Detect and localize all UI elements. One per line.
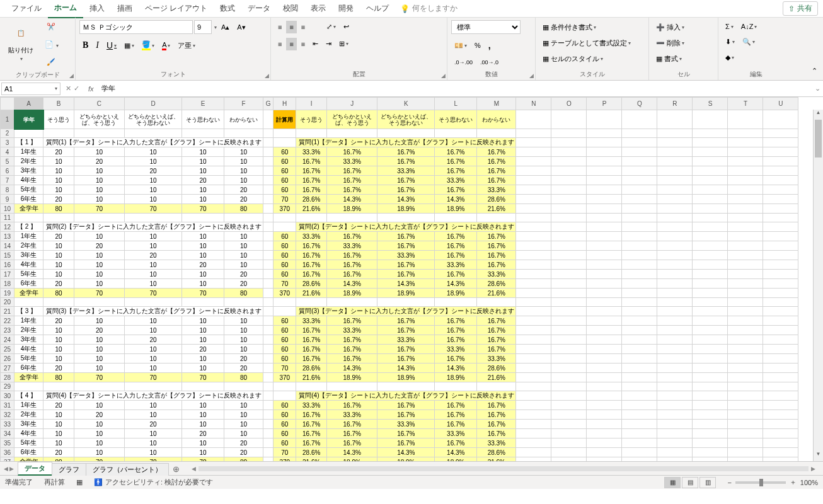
cell[interactable]: 80 <box>43 373 74 382</box>
cell[interactable]: 60 <box>273 326 296 335</box>
cell[interactable]: 20 <box>224 270 263 279</box>
cell[interactable]: 70 <box>125 457 182 462</box>
cell[interactable]: 1年生 <box>14 147 43 157</box>
cell[interactable] <box>657 157 693 166</box>
cell[interactable] <box>516 157 551 166</box>
cell[interactable] <box>263 204 273 214</box>
cell[interactable] <box>516 316 551 326</box>
cell[interactable] <box>622 222 657 232</box>
cell[interactable] <box>263 298 273 307</box>
cell[interactable] <box>74 214 124 222</box>
cell[interactable] <box>551 270 587 279</box>
cell[interactable]: 370 <box>273 457 296 462</box>
cell[interactable] <box>587 289 622 298</box>
cell[interactable] <box>693 373 728 382</box>
cell[interactable] <box>551 335 587 345</box>
row-header-22[interactable]: 22 <box>1 316 14 326</box>
cell[interactable]: 21.6% <box>296 289 327 298</box>
cell[interactable]: 18.9% <box>327 373 377 382</box>
cell[interactable]: 10 <box>125 176 182 185</box>
cell[interactable]: 14.3% <box>377 364 435 373</box>
cell[interactable] <box>622 391 657 401</box>
cell[interactable] <box>657 185 693 195</box>
cell[interactable] <box>263 110 273 129</box>
cell[interactable] <box>763 195 798 204</box>
cell[interactable] <box>728 138 763 147</box>
cell[interactable] <box>728 438 763 448</box>
status-macro-icon[interactable]: ▦ <box>76 478 83 486</box>
cell[interactable] <box>657 410 693 420</box>
cell[interactable] <box>263 373 273 382</box>
cell[interactable] <box>622 166 657 176</box>
cell[interactable] <box>516 382 551 391</box>
cell[interactable]: 16.7% <box>377 147 435 157</box>
cell[interactable]: 10 <box>125 232 182 241</box>
col-header-S[interactable]: S <box>693 98 728 110</box>
cell[interactable]: 質問(3)【データ】シートに入力した文言が【グラフ】シートに反映されます <box>296 307 516 316</box>
row-header-11[interactable]: 11 <box>1 214 14 222</box>
cell[interactable]: 16.7% <box>296 345 327 354</box>
cell[interactable] <box>477 382 516 391</box>
cell[interactable]: 16.7% <box>435 241 477 251</box>
bold-button[interactable]: B <box>79 38 91 53</box>
row-header-3[interactable]: 3 <box>1 138 14 147</box>
cell[interactable]: 70 <box>273 195 296 204</box>
cell[interactable]: 6年生 <box>14 195 43 204</box>
cell[interactable]: 28.6% <box>296 364 327 373</box>
col-header-B[interactable]: B <box>43 98 74 110</box>
cell[interactable] <box>273 307 296 316</box>
cell[interactable] <box>693 185 728 195</box>
cell[interactable]: 全学年 <box>14 204 43 214</box>
cell[interactable] <box>728 420 763 429</box>
cell[interactable]: そう思わない <box>435 110 477 129</box>
cell[interactable] <box>587 373 622 382</box>
cell[interactable]: 10 <box>125 326 182 335</box>
row-header-9[interactable]: 9 <box>1 195 14 204</box>
cell[interactable] <box>587 147 622 157</box>
cell[interactable] <box>587 251 622 260</box>
cell[interactable] <box>763 251 798 260</box>
row-header-28[interactable]: 28 <box>1 373 14 382</box>
cell[interactable] <box>587 222 622 232</box>
cell[interactable] <box>763 326 798 335</box>
cell[interactable]: 18.9% <box>377 457 435 462</box>
cell[interactable] <box>435 214 477 222</box>
cell[interactable]: 3年生 <box>14 166 43 176</box>
cell[interactable]: 10 <box>74 345 124 354</box>
cell[interactable]: 20 <box>74 410 124 420</box>
cell[interactable]: 70 <box>74 204 124 214</box>
row-header-1[interactable]: 1 <box>1 110 14 129</box>
cell[interactable]: 70 <box>182 457 224 462</box>
cell[interactable] <box>622 289 657 298</box>
cell[interactable]: 10 <box>224 326 263 335</box>
cell[interactable] <box>377 298 435 307</box>
cell[interactable]: 16.7% <box>296 251 327 260</box>
cell[interactable]: 10 <box>224 316 263 326</box>
cell[interactable] <box>763 260 798 270</box>
cell[interactable]: 20 <box>224 195 263 204</box>
cell[interactable] <box>263 382 273 391</box>
cell[interactable] <box>693 307 728 316</box>
cell[interactable]: 全学年 <box>14 289 43 298</box>
cell[interactable]: 10 <box>182 232 224 241</box>
font-size-select[interactable] <box>194 20 212 34</box>
cell[interactable] <box>622 429 657 438</box>
cell[interactable]: 16.7% <box>435 401 477 410</box>
cell[interactable] <box>516 279 551 289</box>
cell[interactable] <box>263 241 273 251</box>
cell[interactable] <box>263 289 273 298</box>
cell[interactable] <box>273 214 296 222</box>
cell[interactable]: 10 <box>182 251 224 260</box>
cell[interactable]: 80 <box>224 373 263 382</box>
cell[interactable] <box>693 410 728 420</box>
cell[interactable] <box>587 232 622 241</box>
cell[interactable] <box>622 138 657 147</box>
cell[interactable] <box>551 185 587 195</box>
row-header-16[interactable]: 16 <box>1 260 14 270</box>
cell[interactable] <box>587 364 622 373</box>
sheet-tab-graph-pct[interactable]: グラフ（パーセント） <box>86 463 169 476</box>
cell[interactable] <box>657 176 693 185</box>
cell[interactable]: 質問(4)【データ】シートに入力した文言が【グラフ】シートに反映されます <box>43 391 263 401</box>
cell[interactable]: 33.3% <box>477 354 516 364</box>
row-header-8[interactable]: 8 <box>1 185 14 195</box>
